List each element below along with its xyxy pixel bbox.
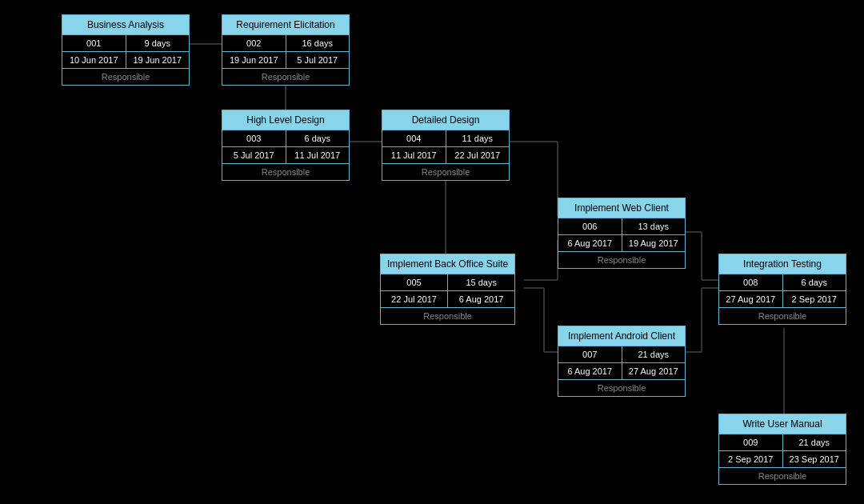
card-date2-implement-back-office: 6 Aug 2017 (448, 291, 514, 307)
card-number-business-analysis: 001 (62, 35, 126, 51)
card-date2-business-analysis: 19 Jun 2017 (126, 52, 190, 68)
card-implement-back-office: Implement Back Office Suite 005 15 days … (380, 254, 515, 325)
card-number-write-user-manual: 009 (719, 434, 783, 450)
card-days-detailed-design: 11 days (446, 130, 510, 146)
card-days-implement-android-client: 21 days (622, 346, 686, 362)
card-date1-implement-back-office: 22 Jul 2017 (381, 291, 448, 307)
card-title-write-user-manual: Write User Manual (719, 414, 846, 434)
card-responsible-requirement-elicitation: Responsible (222, 69, 349, 85)
card-days-implement-back-office: 15 days (448, 274, 514, 290)
card-date1-integration-testing: 27 Aug 2017 (719, 291, 783, 307)
card-days-implement-web-client: 13 days (622, 218, 686, 234)
card-date1-high-level-design: 5 Jul 2017 (222, 147, 286, 163)
card-date2-requirement-elicitation: 5 Jul 2017 (286, 52, 350, 68)
card-responsible-integration-testing: Responsible (719, 308, 846, 324)
card-date1-requirement-elicitation: 19 Jun 2017 (222, 52, 286, 68)
card-date2-implement-android-client: 27 Aug 2017 (622, 363, 686, 379)
card-date1-detailed-design: 11 Jul 2017 (382, 147, 446, 163)
card-integration-testing: Integration Testing 008 6 days 27 Aug 20… (718, 254, 846, 325)
card-date2-high-level-design: 11 Jul 2017 (286, 147, 350, 163)
card-title-integration-testing: Integration Testing (719, 254, 846, 274)
card-date2-detailed-design: 22 Jul 2017 (446, 147, 510, 163)
card-days-requirement-elicitation: 16 days (286, 35, 350, 51)
card-date1-business-analysis: 10 Jun 2017 (62, 52, 126, 68)
card-requirement-elicitation: Requirement Elicitation 002 16 days 19 J… (222, 14, 350, 86)
card-number-high-level-design: 003 (222, 130, 286, 146)
card-date2-integration-testing: 2 Sep 2017 (783, 291, 846, 307)
card-date1-implement-web-client: 6 Aug 2017 (558, 235, 622, 251)
card-business-analysis: Business Analysis 001 9 days 10 Jun 2017… (62, 14, 190, 86)
card-high-level-design: High Level Design 003 6 days 5 Jul 2017 … (222, 110, 350, 181)
card-days-write-user-manual: 21 days (783, 434, 846, 450)
card-responsible-detailed-design: Responsible (382, 164, 509, 180)
card-date2-write-user-manual: 23 Sep 2017 (783, 451, 846, 467)
card-title-high-level-design: High Level Design (222, 110, 349, 130)
card-number-detailed-design: 004 (382, 130, 446, 146)
card-write-user-manual: Write User Manual 009 21 days 2 Sep 2017… (718, 414, 846, 485)
card-date2-implement-web-client: 19 Aug 2017 (622, 235, 686, 251)
card-number-implement-android-client: 007 (558, 346, 622, 362)
card-days-integration-testing: 6 days (783, 274, 846, 290)
card-title-business-analysis: Business Analysis (62, 15, 189, 35)
card-implement-android-client: Implement Android Client 007 21 days 6 A… (558, 326, 686, 397)
card-responsible-implement-android-client: Responsible (558, 380, 685, 396)
card-number-requirement-elicitation: 002 (222, 35, 286, 51)
card-number-integration-testing: 008 (719, 274, 783, 290)
card-responsible-high-level-design: Responsible (222, 164, 349, 180)
card-date1-implement-android-client: 6 Aug 2017 (558, 363, 622, 379)
card-date1-write-user-manual: 2 Sep 2017 (719, 451, 783, 467)
card-detailed-design: Detailed Design 004 11 days 11 Jul 2017 … (382, 110, 510, 181)
card-days-business-analysis: 9 days (126, 35, 190, 51)
card-title-implement-back-office: Implement Back Office Suite (381, 254, 514, 274)
card-days-high-level-design: 6 days (286, 130, 350, 146)
card-title-detailed-design: Detailed Design (382, 110, 509, 130)
card-responsible-implement-web-client: Responsible (558, 252, 685, 268)
card-implement-web-client: Implement Web Client 006 13 days 6 Aug 2… (558, 198, 686, 269)
card-title-implement-web-client: Implement Web Client (558, 198, 685, 218)
card-responsible-implement-back-office: Responsible (381, 308, 514, 324)
card-responsible-business-analysis: Responsible (62, 69, 189, 85)
card-number-implement-web-client: 006 (558, 218, 622, 234)
card-responsible-write-user-manual: Responsible (719, 468, 846, 484)
card-number-implement-back-office: 005 (381, 274, 448, 290)
card-title-requirement-elicitation: Requirement Elicitation (222, 15, 349, 35)
card-title-implement-android-client: Implement Android Client (558, 326, 685, 346)
